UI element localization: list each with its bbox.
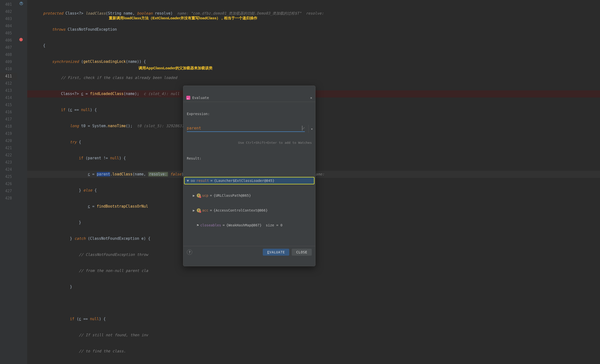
line-number[interactable]: 409 [0, 58, 17, 66]
code-line [27, 299, 600, 307]
field-icon: f [197, 194, 201, 197]
evaluate-dialog: Evaluate ✕ Expression: parent ⤢ ▾ Use Ct… [183, 86, 315, 266]
result-field-node[interactable]: ▶ f ucp = {URLClassPath@865} [184, 192, 314, 199]
line-number[interactable]: 416 [0, 109, 17, 116]
line-number[interactable]: 423 [0, 159, 17, 166]
line-number[interactable]: 404 [0, 23, 17, 30]
annotation-text: 调用AppClassLoader的父加载器来加载该类 [139, 66, 213, 71]
line-number[interactable]: 424 [0, 166, 17, 173]
expression-field-wrapper: parent ⤢ [187, 125, 305, 132]
tree-toggle-icon[interactable]: ▶ [193, 208, 195, 212]
history-dropdown-icon[interactable]: ▾ [308, 125, 315, 133]
code-line: // First, check if the class has already… [27, 74, 600, 81]
result-tree: ▼ oo result = {Launcher$ExtClassLoader@8… [183, 169, 315, 238]
line-number[interactable]: 419 [0, 130, 17, 137]
param-hint: name: "com.dfbz.demo01_类加载器的功能.Demo03_类加… [177, 11, 324, 16]
line-number[interactable]: 426 [0, 180, 17, 188]
param-name-hint: resolve: [148, 172, 168, 176]
line-number-gutter: 4014024034044054064074084094104114124134… [0, 0, 17, 364]
code-editor: 4014024034044054064074084094104114124134… [0, 0, 600, 364]
result-field-node[interactable]: ▶ f acc = {AccessControlContext@866} [184, 207, 314, 214]
help-icon[interactable]: ? [187, 249, 192, 255]
gutter-marker-strip [17, 0, 27, 364]
close-icon[interactable]: ✕ [310, 96, 312, 100]
dialog-title: Evaluate [192, 96, 308, 100]
code-line: throws ClassNotFoundException [27, 26, 600, 33]
code-line: } [27, 283, 600, 291]
breakpoint-icon[interactable] [19, 38, 23, 41]
line-number[interactable]: 427 [0, 188, 17, 195]
tree-toggle-icon[interactable]: ▼ [187, 179, 189, 183]
dialog-footer: ? EVALUATE CLOSE [183, 246, 315, 258]
line-number[interactable]: 422 [0, 152, 17, 159]
line-number[interactable]: 403 [0, 15, 17, 23]
override-method-icon[interactable] [19, 1, 24, 6]
code-line: // from the non-null parent cla [27, 267, 600, 274]
line-number[interactable]: 414 [0, 94, 17, 101]
code-line: // to find the class. [27, 348, 600, 355]
code-line: synchronized (getClassLoadingLock(name))… [27, 58, 600, 65]
shortcut-hint: Use Ctrl+Shift+Enter to add to Watches [183, 141, 315, 146]
code-line: // If still not found, then inv [27, 332, 600, 339]
line-number[interactable]: 418 [0, 123, 17, 130]
line-number[interactable]: 425 [0, 173, 17, 180]
expression-input[interactable]: parent [187, 125, 302, 131]
line-number[interactable]: 421 [0, 145, 17, 152]
code-area[interactable]: protected Class<?> loadClass(String name… [27, 0, 600, 364]
expand-icon[interactable]: ⤢ [302, 126, 305, 130]
line-number[interactable]: 410 [0, 66, 17, 73]
line-number[interactable]: 408 [0, 51, 17, 58]
line-number[interactable]: 407 [0, 44, 17, 51]
annotation-text: 重新调用loadClass方法（ExtClassLoader并没有重写loadC… [109, 16, 257, 21]
line-number[interactable]: 406 [0, 37, 17, 44]
code-line: if (c == null) { [27, 315, 600, 323]
result-root-node[interactable]: ▼ oo result = {Launcher$ExtClassLoader@8… [184, 177, 314, 184]
line-number[interactable]: 428 [0, 195, 17, 202]
field-icon: f [197, 208, 201, 212]
debug-inlay: c (slot_4): null [144, 92, 180, 96]
line-number[interactable]: 412 [0, 80, 17, 87]
line-number[interactable]: 405 [0, 30, 17, 37]
expression-label: Expression: [183, 110, 315, 117]
result-label: Result: [183, 154, 315, 161]
line-number[interactable]: 415 [0, 101, 17, 109]
line-number[interactable]: 417 [0, 116, 17, 123]
svg-rect-4 [187, 98, 189, 99]
line-number[interactable]: 413 [0, 87, 17, 94]
result-field-node[interactable]: ⚑ closeables = {WeakHashMap@867} size = … [184, 222, 314, 229]
line-number[interactable]: 402 [0, 8, 17, 15]
line-number[interactable]: 411 [0, 73, 17, 80]
evaluate-button[interactable]: EVALUATE [263, 249, 289, 256]
line-number[interactable]: 401 [0, 1, 17, 8]
tree-toggle-icon[interactable]: ▶ [193, 194, 195, 197]
close-button[interactable]: CLOSE [292, 249, 312, 256]
line-number[interactable]: 420 [0, 137, 17, 145]
intellij-icon [186, 96, 190, 100]
svg-rect-3 [186, 96, 190, 100]
dialog-titlebar[interactable]: Evaluate ✕ [183, 94, 315, 102]
code-line: { [27, 42, 600, 49]
flag-icon: ⚑ [197, 223, 199, 227]
